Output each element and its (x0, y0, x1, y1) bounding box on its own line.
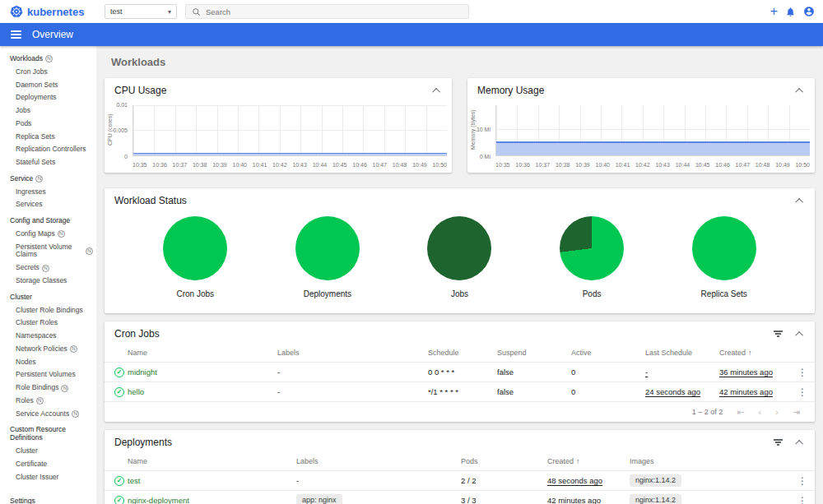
sidebar-item-role-bindings[interactable]: Role BindingsN (0, 381, 96, 395)
sidebar-item-persistent-volumes[interactable]: Persistent Volumes (0, 368, 96, 381)
menu-hamburger-icon[interactable] (11, 30, 21, 39)
sidebar-item-jobs[interactable]: Jobs (0, 104, 96, 118)
sidebar-item-label: Role Bindings (16, 384, 58, 392)
sidebar-item-secrets[interactable]: SecretsN (0, 261, 96, 275)
sidebar-item-label: Cluster Issuer (16, 474, 58, 482)
sidebar-item-cluster-roles[interactable]: Cluster Roles (0, 317, 96, 330)
column-header-last-schedule[interactable]: Last Schedule (645, 349, 719, 357)
sidebar-item-config-and-storage[interactable]: Config and Storage (0, 215, 96, 228)
collapse-chevron-icon[interactable] (795, 197, 803, 206)
resource-name-link[interactable]: nginx-deployment (128, 496, 296, 504)
notifications-bell-icon[interactable] (785, 7, 796, 17)
card-title: Deployments (114, 437, 172, 448)
sidebar-item-label: Jobs (16, 107, 30, 115)
pie-chart[interactable] (692, 216, 756, 280)
first-page-button[interactable]: ⇤ (737, 408, 744, 417)
cell-suspend: false (497, 368, 571, 377)
collapse-chevron-icon[interactable] (795, 87, 803, 95)
row-actions-kebab-icon[interactable]: ⋮ (790, 386, 815, 398)
cron-jobs-card: Cron Jobs Name Labels Schedule Suspend A… (105, 321, 815, 422)
resource-name-link[interactable]: midnight (128, 368, 277, 377)
app-bar: Overview (0, 23, 823, 46)
sidebar-item-replication-controllers[interactable]: Replication Controllers (0, 143, 96, 156)
sidebar-item-service[interactable]: Service N (0, 173, 96, 186)
table-row[interactable]: ✓ hello - */1 * * * * false 0 24 seconds… (105, 381, 815, 401)
sidebar-item-ingresses[interactable]: Ingresses (0, 186, 96, 199)
table-row[interactable]: ✓ test - 2 / 2 48 seconds ago nginx:1.14… (105, 470, 815, 490)
previous-page-button[interactable]: ‹ (758, 408, 761, 417)
sort-ascending-icon: ↑ (576, 457, 580, 465)
sidebar-item-service-accounts[interactable]: Service AccountsN (0, 408, 96, 421)
search-input[interactable] (206, 7, 463, 16)
sidebar-item-daemon-sets[interactable]: Daemon Sets (0, 79, 96, 92)
kubernetes-brand[interactable]: kubernetes (0, 5, 96, 18)
sidebar-item-stateful-sets[interactable]: Stateful Sets (0, 156, 96, 169)
create-resource-button[interactable]: + (770, 5, 778, 18)
sidebar-item-crd-cluster[interactable]: Cluster (0, 445, 96, 458)
sidebar-item-replica-sets[interactable]: Replica Sets (0, 131, 96, 144)
pie-label: Cron Jobs (177, 289, 215, 298)
row-actions-kebab-icon[interactable]: ⋮ (790, 495, 815, 504)
column-header-images[interactable]: Images (630, 457, 790, 465)
column-header-suspend[interactable]: Suspend (497, 349, 571, 357)
column-header-pods[interactable]: Pods (461, 457, 547, 465)
sidebar-item-config-maps[interactable]: Config MapsN (0, 228, 96, 241)
status-pie-replica-sets: Replica Sets (692, 216, 756, 298)
sidebar-item-custom-resource-definitions[interactable]: Custom Resource Definitions (0, 423, 96, 445)
column-header-schedule[interactable]: Schedule (428, 349, 497, 357)
last-page-button[interactable]: ⇥ (793, 408, 800, 417)
sidebar-item-crd-cluster-issuer[interactable]: Cluster Issuer (0, 471, 96, 484)
sidebar-item-crd-certificate[interactable]: Certificate (0, 458, 96, 471)
sidebar-item-namespaces[interactable]: Namespaces (0, 330, 96, 343)
row-actions-kebab-icon[interactable]: ⋮ (790, 475, 815, 487)
search-icon (192, 7, 201, 16)
sidebar-item-deployments[interactable]: Deployments (0, 91, 96, 104)
sidebar-item-label: Cluster Role Bindings (16, 307, 83, 315)
pie-chart[interactable] (560, 216, 624, 280)
filter-icon[interactable] (774, 331, 783, 337)
status-ok-check-icon: ✓ (114, 368, 124, 377)
column-header-labels[interactable]: Labels (296, 457, 461, 465)
column-header-name[interactable]: Name (128, 349, 277, 357)
search-bar[interactable] (185, 4, 469, 19)
sidebar-item-services[interactable]: Services (0, 198, 96, 211)
x-tick: 10:38 (193, 162, 207, 168)
resource-name-link[interactable]: test (128, 476, 296, 485)
sidebar-item-pods[interactable]: Pods (0, 118, 96, 131)
collapse-chevron-icon[interactable] (795, 331, 803, 339)
resource-name-link[interactable]: hello (128, 387, 277, 396)
pie-chart[interactable] (295, 216, 360, 280)
sidebar-nav: Workloads N Cron Jobs Daemon Sets Deploy… (0, 46, 96, 504)
sidebar-item-settings[interactable]: Settings (0, 495, 96, 504)
sidebar-item-storage-classes[interactable]: Storage Classes (0, 275, 96, 288)
column-header-name[interactable]: Name (128, 457, 296, 465)
sidebar-item-roles[interactable]: RolesN (0, 395, 96, 408)
sidebar-item-label: Workloads (10, 55, 43, 63)
sidebar-item-cron-jobs[interactable]: Cron Jobs (0, 66, 96, 79)
sidebar-item-nodes[interactable]: Nodes (0, 356, 96, 369)
sidebar-item-workloads[interactable]: Workloads N (0, 53, 96, 66)
pie-label: Pods (583, 289, 602, 298)
x-tick: 10:37 (536, 162, 551, 168)
collapse-chevron-icon[interactable] (432, 87, 440, 95)
column-header-labels[interactable]: Labels (277, 349, 428, 357)
column-header-created[interactable]: Created↑ (719, 349, 790, 357)
x-tick: 10:45 (332, 162, 347, 168)
sidebar-item-persistent-volume-claims[interactable]: Persistent Volume ClaimsN (0, 241, 96, 262)
column-header-created[interactable]: Created↑ (547, 457, 630, 465)
namespace-selector[interactable]: test ▾ (105, 4, 177, 19)
table-row[interactable]: ✓ nginx-deployment app: nginx 3 / 3 42 m… (105, 490, 815, 504)
pie-chart[interactable] (427, 216, 491, 280)
sidebar-item-cluster-role-bindings[interactable]: Cluster Role Bindings (0, 304, 96, 317)
filter-icon[interactable] (774, 439, 783, 446)
sidebar-item-network-policies[interactable]: Network PoliciesN (0, 343, 96, 356)
x-tick: 10:39 (575, 162, 590, 168)
sidebar-item-cluster[interactable]: Cluster (0, 291, 96, 304)
table-row[interactable]: ✓ midnight - 0 0 * * * false 0 - 36 minu… (105, 362, 815, 381)
next-page-button[interactable]: › (775, 408, 779, 417)
collapse-chevron-icon[interactable] (795, 439, 803, 447)
row-actions-kebab-icon[interactable]: ⋮ (790, 367, 815, 378)
pie-chart[interactable] (163, 216, 227, 280)
column-header-active[interactable]: Active (571, 349, 645, 357)
user-account-icon[interactable] (803, 6, 815, 17)
